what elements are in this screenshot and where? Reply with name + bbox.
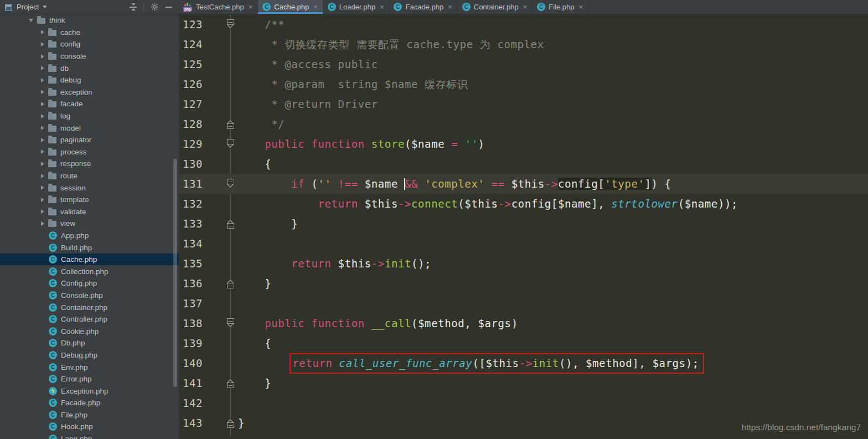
- line-number[interactable]: 134: [183, 234, 203, 254]
- fold-region-end-icon[interactable]: [227, 223, 234, 229]
- chevron-right-icon[interactable]: [41, 54, 44, 59]
- chevron-right-icon[interactable]: [41, 30, 44, 34]
- fold-region-end-icon[interactable]: [227, 283, 234, 288]
- chevron-right-icon[interactable]: [41, 102, 44, 106]
- code-line-138[interactable]: 138 public function __call($method, $arg…: [179, 313, 868, 333]
- chevron-right-icon[interactable]: [41, 114, 44, 118]
- tree-item-route[interactable]: route: [0, 170, 179, 182]
- tab-testcache-php[interactable]: phpTestCache.php×: [179, 0, 258, 14]
- line-number[interactable]: 131: [183, 174, 203, 194]
- chevron-down-icon[interactable]: [29, 19, 33, 22]
- fold-region-start-icon[interactable]: [227, 19, 234, 25]
- code-line-127[interactable]: 127 * @return Driver: [179, 94, 868, 114]
- code-line-141[interactable]: 141 }: [179, 373, 868, 393]
- tree-item-hook-php[interactable]: CHook.php: [0, 421, 179, 433]
- code-line-131[interactable]: 131 if ('' !== $name && 'complex' == $th…: [179, 174, 868, 194]
- tree-item-debug-php[interactable]: CDebug.php: [0, 349, 179, 361]
- line-number[interactable]: 132: [183, 194, 203, 214]
- tree-item-console[interactable]: console: [0, 50, 179, 63]
- tab-cache-php[interactable]: CCache.php×: [258, 0, 323, 14]
- tree-item-file-php[interactable]: CFile.php: [0, 409, 179, 421]
- line-number[interactable]: 136: [183, 273, 203, 293]
- chevron-right-icon[interactable]: [41, 149, 44, 154]
- tree-item-config-php[interactable]: CConfig.php: [0, 277, 179, 290]
- chevron-right-icon[interactable]: [41, 162, 44, 166]
- line-number[interactable]: 124: [183, 34, 203, 54]
- tree-item-facade[interactable]: facade: [0, 98, 179, 110]
- collapse-all-icon[interactable]: [130, 3, 137, 11]
- close-icon[interactable]: ×: [523, 3, 528, 11]
- fold-region-start-icon[interactable]: [227, 139, 234, 144]
- close-icon[interactable]: ×: [249, 3, 253, 11]
- chevron-right-icon[interactable]: [41, 42, 44, 47]
- chevron-right-icon[interactable]: [41, 209, 44, 214]
- gear-icon[interactable]: [151, 3, 159, 11]
- close-icon[interactable]: ×: [448, 3, 452, 11]
- tree-item-collection-php[interactable]: CCollection.php: [0, 265, 179, 277]
- tab-file-php[interactable]: CFile.php×: [533, 0, 588, 14]
- line-number[interactable]: 143: [183, 413, 203, 433]
- code-line-130[interactable]: 130 {: [179, 154, 868, 174]
- line-number[interactable]: 139: [183, 333, 203, 353]
- tree-item-log[interactable]: log: [0, 110, 179, 122]
- tree-item-container-php[interactable]: CContainer.php: [0, 301, 179, 313]
- tree-item-model[interactable]: model: [0, 122, 179, 134]
- line-number[interactable]: 137: [183, 293, 203, 313]
- tree-item-app-php[interactable]: CApp.php: [0, 230, 179, 242]
- close-icon[interactable]: ×: [579, 3, 583, 11]
- chevron-down-icon[interactable]: [43, 6, 47, 8]
- project-dropdown-label[interactable]: Project: [17, 3, 39, 11]
- tree-item-lang-php[interactable]: CLang.php: [0, 433, 179, 439]
- line-number[interactable]: 126: [183, 74, 203, 94]
- fold-region-end-icon[interactable]: [227, 123, 234, 129]
- line-number[interactable]: 128: [183, 114, 203, 134]
- chevron-right-icon[interactable]: [41, 138, 44, 142]
- tree-item-db-php[interactable]: CDb.php: [0, 337, 179, 349]
- code-line-136[interactable]: 136 }: [179, 273, 868, 293]
- tree-item-session[interactable]: session: [0, 182, 179, 194]
- tab-container-php[interactable]: CContainer.php×: [458, 0, 533, 14]
- line-number[interactable]: 125: [183, 54, 203, 74]
- line-number[interactable]: 142: [183, 393, 203, 413]
- code-editor[interactable]: 123 /**124 * 切换缓存类型 需要配置 cache.type 为 co…: [179, 14, 868, 439]
- chevron-right-icon[interactable]: [41, 185, 44, 190]
- tab-facade-php[interactable]: CFacade.php×: [389, 0, 457, 14]
- tree-item-cookie-php[interactable]: CCookie.php: [0, 325, 179, 337]
- tree-item-think[interactable]: think: [0, 14, 179, 27]
- tree-item-config[interactable]: config: [0, 38, 179, 50]
- tree-item-cache-php[interactable]: CCache.php: [0, 254, 179, 266]
- line-number[interactable]: 141: [183, 373, 203, 393]
- tree-item-console-php[interactable]: CConsole.php: [0, 290, 179, 302]
- line-number[interactable]: 140: [183, 353, 203, 373]
- line-number[interactable]: 123: [183, 14, 203, 34]
- code-line-137[interactable]: 137: [179, 293, 868, 313]
- tree-item-cache[interactable]: cache: [0, 27, 179, 39]
- code-line-124[interactable]: 124 * 切换缓存类型 需要配置 cache.type 为 complex: [179, 34, 868, 54]
- chevron-right-icon[interactable]: [41, 126, 44, 130]
- code-line-125[interactable]: 125 * @access public: [179, 54, 868, 74]
- tree-item-template[interactable]: template: [0, 194, 179, 206]
- tree-item-build-php[interactable]: CBuild.php: [0, 241, 179, 254]
- tree-item-error-php[interactable]: CError.php: [0, 373, 179, 385]
- tree-item-exception-php[interactable]: ϟException.php: [0, 385, 179, 397]
- code-line-142[interactable]: 142: [179, 393, 868, 413]
- code-line-126[interactable]: 126 * @param string $name 缓存标识: [179, 74, 868, 94]
- code-line-123[interactable]: 123 /**: [179, 14, 868, 34]
- chevron-right-icon[interactable]: [41, 221, 44, 226]
- fold-region-end-icon[interactable]: [227, 422, 234, 428]
- tree-item-facade-php[interactable]: CFacade.php: [0, 397, 179, 409]
- line-number[interactable]: 135: [183, 254, 203, 273]
- tree-item-response[interactable]: response: [0, 158, 179, 170]
- tree-item-view[interactable]: view: [0, 218, 179, 230]
- fold-region-end-icon[interactable]: [227, 383, 234, 388]
- fold-region-start-icon[interactable]: [227, 318, 234, 324]
- line-number[interactable]: 138: [183, 313, 203, 333]
- line-number[interactable]: 129: [183, 134, 203, 154]
- tab-loader-php[interactable]: CLoader.php×: [323, 0, 390, 14]
- tree-scrollbar-thumb[interactable]: [173, 159, 177, 387]
- code-line-135[interactable]: 135 return $this->init();: [179, 254, 868, 273]
- tree-item-paginator[interactable]: paginator: [0, 134, 179, 146]
- tree-item-validate[interactable]: validate: [0, 206, 179, 218]
- code-line-140[interactable]: 140 return call_user_func_array([$this->…: [179, 353, 868, 373]
- line-number[interactable]: 127: [183, 94, 203, 114]
